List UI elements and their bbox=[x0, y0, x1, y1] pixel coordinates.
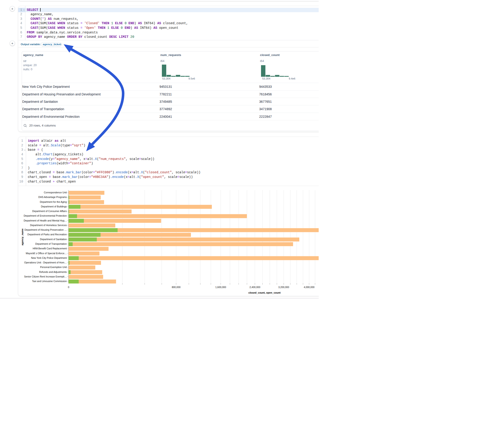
svg-text:agency_name: agency_name bbox=[21, 229, 24, 245]
svg-text:Department of Housing Preserva: Department of Housing Preservation … bbox=[25, 228, 67, 231]
svg-text:Personal Exemption Unit: Personal Exemption Unit bbox=[40, 266, 67, 269]
svg-text:0: 0 bbox=[68, 286, 69, 288]
svg-text:800,000: 800,000 bbox=[172, 286, 181, 288]
svg-text:9.5e6: 9.5e6 bbox=[189, 77, 195, 80]
svg-text:4,000,000: 4,000,000 bbox=[304, 286, 314, 288]
svg-text:53,304: 53,304 bbox=[262, 77, 270, 80]
svg-text:Refunds and Adjustments: Refunds and Adjustments bbox=[39, 271, 67, 273]
svg-text:HRA Benefit Card Replacement: HRA Benefit Card Replacement bbox=[33, 247, 67, 250]
svg-text:1,600,000: 1,600,000 bbox=[215, 286, 226, 288]
svg-text:53,304: 53,304 bbox=[162, 77, 170, 80]
svg-text:Department of Buildings: Department of Buildings bbox=[41, 205, 67, 208]
svg-text:Taxi and Limousine Commission: Taxi and Limousine Commission bbox=[32, 280, 67, 283]
svg-text:Department of Environmental Pr: Department of Environmental Protection bbox=[24, 215, 67, 217]
svg-text:closed_count, open_count: closed_count, open_count bbox=[248, 291, 281, 294]
svg-text:Operations Unit - Department o: Operations Unit - Department of Hom… bbox=[24, 261, 67, 264]
svg-text:Department of Transportation: Department of Transportation bbox=[35, 243, 67, 245]
svg-text:DHS Advantage Programs: DHS Advantage Programs bbox=[38, 196, 67, 199]
svg-text:2,400,000: 2,400,000 bbox=[250, 286, 260, 288]
svg-text:Department for the Aging: Department for the Aging bbox=[40, 200, 67, 203]
svg-text:3,200,000: 3,200,000 bbox=[278, 286, 289, 288]
svg-text:Department of Homeless Service: Department of Homeless Services bbox=[30, 224, 67, 227]
svg-text:Mayorâ€ s Office of Special En: Mayorâ€ s Office of Special Enforce… bbox=[26, 252, 67, 255]
svg-text:Correspondence Unit: Correspondence Unit bbox=[44, 191, 67, 194]
svg-text:9.4e6: 9.4e6 bbox=[289, 77, 295, 80]
svg-text:Department of Parks and Recrea: Department of Parks and Recreation bbox=[27, 233, 67, 236]
svg-text:Department of Health and Menta: Department of Health and Mental Hyg… bbox=[24, 219, 67, 222]
svg-text:Department of Consumer Affairs: Department of Consumer Affairs bbox=[32, 210, 67, 212]
svg-text:Department of Sanitation: Department of Sanitation bbox=[40, 238, 67, 241]
svg-text:New York City Police Departmen: New York City Police Department bbox=[31, 256, 67, 259]
svg-text:Senior Citizen Rent Increase E: Senior Citizen Rent Increase Exempti… bbox=[24, 275, 67, 278]
